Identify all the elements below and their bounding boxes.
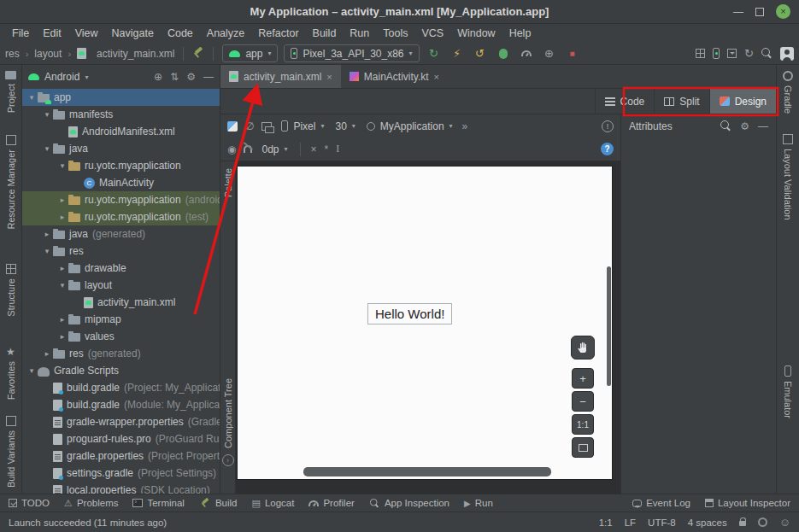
- chevron-expanded-icon[interactable]: ▾: [56, 281, 68, 289]
- zoom-reset-button[interactable]: 1:1: [572, 414, 594, 435]
- search-everywhere-icon[interactable]: [761, 48, 773, 59]
- tree-item-package-androidtest[interactable]: ▸ ru.yotc.myapplication (androidTest): [22, 191, 220, 208]
- tree-item-mipmap[interactable]: ▸ mipmap: [22, 311, 220, 328]
- orientation-icon[interactable]: [261, 122, 272, 131]
- tree-item-androidmanifest[interactable]: AndroidManifest.xml: [22, 123, 220, 140]
- device-screen-preview[interactable]: Hello World!: [238, 167, 612, 479]
- tree-item-res[interactable]: ▾ res: [22, 243, 220, 260]
- tool-button-gradle[interactable]: Gradle: [783, 67, 793, 118]
- toolwindow-layout-inspector[interactable]: Layout Inspector: [705, 498, 790, 508]
- search-icon[interactable]: [720, 120, 731, 132]
- window-grid-icon[interactable]: [696, 49, 705, 58]
- menu-refactor[interactable]: Refactor: [251, 26, 305, 41]
- tool-button-layout-validation[interactable]: Layout Validation: [783, 130, 793, 225]
- tool-button-resource-manager[interactable]: Resource Manager: [6, 131, 16, 234]
- attach-debugger-button[interactable]: ⊕: [541, 45, 558, 62]
- more-actions-icon[interactable]: »: [462, 120, 468, 132]
- toolwindow-run[interactable]: ▶ Run: [464, 498, 493, 508]
- device-dropdown[interactable]: Pixel_3a_API_30_x86 ▾: [284, 44, 419, 62]
- chevron-collapsed-icon[interactable]: ▸: [56, 196, 68, 204]
- tree-item-package-main[interactable]: ▾ ru.yotc.myapplication: [22, 157, 220, 174]
- tree-item-settings-gradle[interactable]: settings.gradle (Project Settings): [22, 465, 220, 482]
- background-tasks-icon[interactable]: [758, 517, 767, 527]
- tool-button-favorites[interactable]: ★ Favorites: [6, 342, 16, 404]
- device-manager-icon[interactable]: [713, 48, 720, 59]
- gear-icon[interactable]: ⚙: [740, 120, 749, 132]
- pack-icon[interactable]: I: [336, 143, 339, 155]
- menu-run[interactable]: Run: [343, 26, 376, 41]
- device-selector-dropdown[interactable]: Pixel ▾: [279, 117, 326, 135]
- tool-button-build-variants[interactable]: Build Variants: [6, 412, 16, 492]
- chevron-expanded-icon[interactable]: ▾: [41, 144, 53, 153]
- toolwindow-event-log[interactable]: Event Log: [632, 498, 690, 508]
- toolwindow-build[interactable]: Build: [199, 498, 238, 509]
- tree-item-app[interactable]: ▾ app: [22, 89, 220, 106]
- zoom-out-button[interactable]: −: [572, 391, 594, 412]
- tree-item-build-gradle-module[interactable]: build.gradle (Module: My_Application.app…: [22, 396, 220, 413]
- locate-file-icon[interactable]: ⊕: [154, 71, 162, 83]
- infer-constraints-icon[interactable]: *: [325, 143, 329, 155]
- expand-collapse-icon[interactable]: ⇅: [170, 71, 179, 83]
- view-options-eye-icon[interactable]: ◉: [227, 143, 236, 155]
- design-surface-icon[interactable]: [227, 121, 238, 132]
- clear-constraints-icon[interactable]: ×: [311, 143, 317, 155]
- sync-project-icon[interactable]: ↻: [744, 45, 754, 62]
- tree-item-java[interactable]: ▾ java: [22, 140, 220, 157]
- component-tree-label[interactable]: Component Tree: [223, 378, 233, 448]
- mode-code-button[interactable]: Code: [595, 89, 655, 114]
- menu-file[interactable]: File: [5, 26, 36, 41]
- tree-item-layout[interactable]: ▾ layout: [22, 277, 220, 294]
- tree-item-gradle-properties[interactable]: gradle.properties (Project Properties): [22, 447, 220, 465]
- canvas-horizontal-scrollbar[interactable]: [303, 467, 551, 476]
- toolwindow-todo[interactable]: TODO: [9, 498, 50, 508]
- tree-item-values[interactable]: ▸ values: [22, 328, 220, 345]
- tool-button-emulator[interactable]: Emulator: [783, 361, 793, 423]
- chevron-collapsed-icon[interactable]: ▸: [41, 349, 53, 358]
- tool-button-project[interactable]: Project: [5, 67, 16, 117]
- chevron-collapsed-icon[interactable]: ▸: [56, 213, 68, 221]
- menu-code[interactable]: Code: [161, 26, 200, 41]
- profile-avatar-icon[interactable]: [780, 47, 794, 61]
- zoom-in-button[interactable]: +: [572, 368, 594, 389]
- tab-activity-main-xml[interactable]: activity_main.xml ×: [220, 65, 341, 88]
- file-encoding[interactable]: UTF-8: [648, 517, 676, 528]
- chevron-expanded-icon[interactable]: ▾: [26, 366, 38, 375]
- ide-status-smiley-icon[interactable]: ☺: [779, 516, 790, 529]
- gear-icon[interactable]: ⚙: [186, 71, 196, 83]
- mode-design-button[interactable]: Design: [709, 89, 776, 114]
- menu-analyze[interactable]: Analyze: [200, 26, 251, 41]
- tree-item-drawable[interactable]: ▸ drawable: [22, 260, 220, 277]
- apply-changes-button[interactable]: ⚡: [449, 45, 466, 62]
- menu-tools[interactable]: Tools: [376, 26, 414, 41]
- default-margin-dropdown[interactable]: 0dp ▾: [260, 140, 289, 158]
- textview-hello-world[interactable]: Hello World!: [367, 303, 452, 324]
- menu-vcs[interactable]: VCS: [414, 26, 450, 41]
- chevron-expanded-icon[interactable]: ▾: [41, 110, 53, 119]
- stop-button[interactable]: ■: [564, 45, 581, 62]
- blueprint-off-icon[interactable]: ∅: [245, 120, 254, 132]
- hide-panel-icon[interactable]: —: [203, 71, 214, 83]
- chevron-collapsed-icon[interactable]: ▸: [56, 264, 68, 272]
- restore-button[interactable]: [755, 8, 764, 16]
- toolwindow-problems[interactable]: ⚠ Problems: [64, 498, 118, 509]
- indent-setting[interactable]: 4 spaces: [688, 517, 727, 528]
- apply-code-changes-button[interactable]: ↺: [472, 45, 489, 62]
- breadcrumb-res[interactable]: res: [5, 48, 20, 60]
- toolwindow-logcat[interactable]: ▤ Logcat: [252, 498, 295, 509]
- toolwindow-terminal[interactable]: Terminal: [132, 498, 184, 508]
- expand-component-tree-icon[interactable]: ›: [222, 454, 234, 466]
- tree-item-java-generated[interactable]: ▸ java (generated): [22, 225, 220, 243]
- canvas-vertical-scrollbar[interactable]: [607, 266, 611, 386]
- mode-split-button[interactable]: Split: [654, 89, 708, 114]
- tree-item-package-test[interactable]: ▸ ru.yotc.myapplication (test): [22, 208, 220, 225]
- line-separator[interactable]: LF: [625, 517, 636, 528]
- build-hammer-icon[interactable]: [192, 48, 204, 59]
- chevron-expanded-icon[interactable]: ▾: [41, 247, 53, 255]
- chevron-expanded-icon[interactable]: ▾: [26, 93, 38, 102]
- toolwindow-profiler[interactable]: Profiler: [308, 498, 354, 508]
- tree-item-gradle-wrapper-properties[interactable]: gradle-wrapper.properties (Gradle Versio…: [22, 413, 220, 430]
- tree-item-gradle-scripts[interactable]: ▾ Gradle Scripts: [22, 362, 220, 379]
- chevron-expanded-icon[interactable]: ▾: [56, 161, 68, 170]
- sdk-manager-icon[interactable]: [727, 49, 737, 58]
- menu-navigate[interactable]: Navigate: [105, 26, 161, 41]
